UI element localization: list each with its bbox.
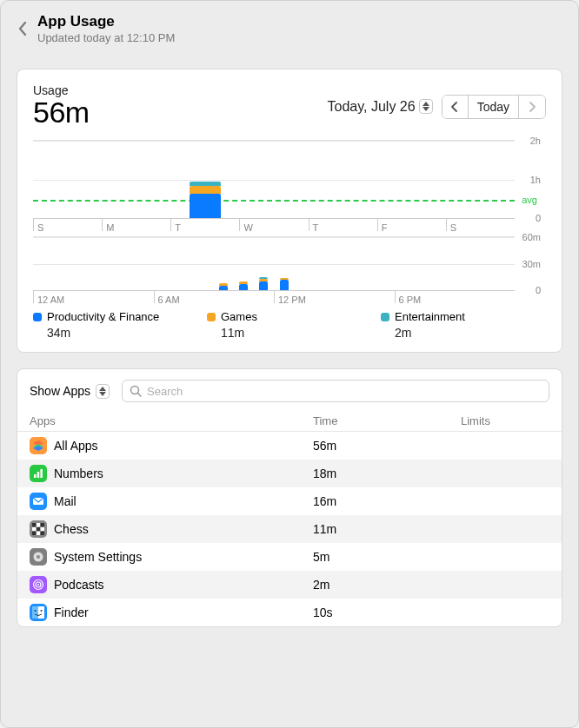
- axis-tick: 12 PM: [274, 291, 395, 303]
- bar: [190, 182, 221, 218]
- finder-icon: [30, 604, 47, 621]
- chevron-left-icon: [451, 102, 458, 112]
- date-picker[interactable]: Today, July 26: [328, 99, 433, 115]
- svg-point-20: [41, 610, 43, 612]
- app-time: 16m: [301, 487, 449, 515]
- app-name: Numbers: [54, 467, 103, 480]
- legend-dot: [207, 313, 216, 321]
- legend-label: Entertainment: [395, 310, 465, 323]
- axis-tick: 0: [536, 286, 541, 295]
- apps-table: Apps Time Limits All Apps56mNumbers18mMa…: [17, 411, 562, 626]
- axis-tick: 2h: [530, 136, 541, 146]
- app-time: 11m: [301, 515, 449, 543]
- today-label: Today: [477, 100, 509, 114]
- svg-rect-8: [40, 523, 44, 527]
- app-limits: [449, 432, 562, 460]
- axis-tick: 60m: [522, 233, 541, 242]
- show-apps-select[interactable]: Show Apps: [30, 384, 110, 399]
- avg-label: avg: [522, 195, 537, 205]
- app-name: Podcasts: [54, 578, 104, 592]
- axis-tick: S: [446, 219, 515, 231]
- axis-tick: 0: [536, 214, 541, 223]
- table-row-app[interactable]: All Apps: [17, 432, 301, 460]
- axis-tick: M: [102, 219, 170, 231]
- col-time: Time: [301, 411, 449, 432]
- axis-tick: 6 PM: [395, 291, 516, 303]
- table-row-app[interactable]: Podcasts: [17, 571, 301, 599]
- podcasts-icon: [30, 576, 47, 593]
- app-limits: [449, 543, 562, 571]
- date-nav: Today: [442, 95, 546, 119]
- svg-rect-17: [32, 606, 38, 619]
- svg-line-1: [138, 394, 142, 397]
- show-apps-label: Show Apps: [30, 384, 90, 398]
- gear-icon: [30, 548, 47, 566]
- legend-label: Productivity & Finance: [47, 310, 159, 323]
- chevron-right-icon: [529, 102, 536, 112]
- app-time: 10s: [301, 599, 449, 626]
- table-row-app[interactable]: Numbers: [17, 460, 301, 487]
- svg-rect-11: [40, 531, 44, 535]
- svg-point-13: [37, 555, 40, 559]
- apps-panel: Show Apps Apps Time Limits All Apps56mNu…: [17, 368, 562, 627]
- col-limits: Limits: [449, 411, 562, 432]
- table-row-app[interactable]: Chess: [17, 515, 301, 543]
- legend-item-entertainment: Entertainment 2m: [381, 310, 546, 340]
- bar: [239, 281, 248, 290]
- today-button[interactable]: Today: [469, 96, 519, 118]
- legend-value: 11m: [207, 326, 372, 340]
- app-limits: [449, 599, 562, 626]
- mail-icon: [30, 493, 47, 510]
- table-row-app[interactable]: Mail: [17, 487, 301, 515]
- app-limits: [449, 515, 562, 543]
- stepper-icon: [96, 384, 110, 399]
- search-input[interactable]: [147, 385, 542, 398]
- prev-day-button[interactable]: [443, 96, 469, 118]
- legend-value: 2m: [381, 326, 546, 340]
- usage-total: 56m: [33, 96, 90, 129]
- axis-tick: 1h: [530, 175, 541, 184]
- weekly-x-axis: SMTWTFS: [33, 218, 515, 231]
- svg-rect-7: [32, 523, 37, 527]
- back-button[interactable]: [17, 19, 29, 38]
- stack-icon: [30, 437, 47, 454]
- axis-tick: 6 AM: [154, 291, 275, 303]
- svg-rect-2: [34, 474, 37, 478]
- bar: [219, 283, 228, 290]
- col-apps: Apps: [17, 411, 301, 432]
- axis-tick: 30m: [522, 259, 541, 268]
- numbers-icon: [30, 465, 47, 482]
- bar: [259, 277, 268, 290]
- app-name: Finder: [54, 606, 89, 619]
- axis-tick: T: [309, 219, 377, 231]
- hourly-chart: 60m 30m 0 12 AM6 AM12 PM6 PM: [33, 236, 546, 303]
- svg-rect-9: [37, 527, 41, 532]
- table-row-app[interactable]: Finder: [17, 599, 301, 626]
- page-subtitle: Updated today at 12:10 PM: [37, 31, 175, 44]
- app-name: Mail: [54, 494, 77, 508]
- app-name: System Settings: [54, 550, 142, 564]
- app-time: 5m: [301, 543, 449, 571]
- app-limits: [449, 487, 562, 515]
- legend: Productivity & Finance 34m Games 11m Ent…: [33, 310, 546, 340]
- svg-rect-10: [32, 531, 37, 535]
- app-time: 56m: [301, 432, 449, 460]
- axis-tick: F: [377, 219, 446, 231]
- stepper-icon: [419, 99, 433, 114]
- date-picker-label: Today, July 26: [328, 99, 416, 115]
- axis-tick: S: [33, 219, 102, 231]
- search-field[interactable]: [122, 380, 549, 402]
- svg-point-19: [35, 610, 37, 612]
- legend-item-games: Games 11m: [207, 310, 372, 340]
- legend-dot: [381, 313, 389, 321]
- svg-rect-18: [38, 606, 44, 619]
- weekly-chart: 2h 1h 0 avg SMTWTFS: [33, 140, 546, 231]
- svg-rect-3: [37, 472, 40, 478]
- header: App Usage Updated today at 12:10 PM: [1, 1, 578, 53]
- table-row-app[interactable]: System Settings: [17, 543, 301, 571]
- next-day-button[interactable]: [519, 96, 545, 118]
- chevron-left-icon: [18, 22, 27, 36]
- app-limits: [449, 460, 562, 487]
- usage-panel: Usage 56m Today, July 26 Today: [17, 69, 562, 353]
- app-name: Chess: [54, 522, 89, 536]
